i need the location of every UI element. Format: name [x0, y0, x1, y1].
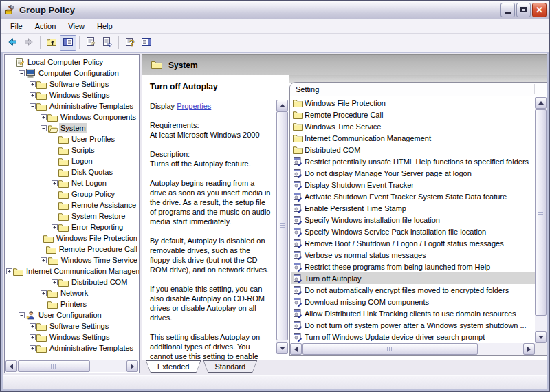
toolbar-button-export-list[interactable]: [99, 35, 116, 51]
tree-item[interactable]: Windows Time Service: [5, 254, 139, 265]
toolbar-button-show-hide-action-pane[interactable]: [138, 35, 155, 51]
tree-item[interactable]: Administrative Templates: [5, 100, 139, 111]
menu-item-file[interactable]: File: [4, 20, 29, 32]
expand-icon[interactable]: [28, 81, 36, 87]
tree-item[interactable]: Administrative Templates: [5, 342, 139, 353]
tree-item[interactable]: Computer Configuration: [5, 67, 139, 78]
maximize-button[interactable]: [516, 3, 531, 17]
expand-icon[interactable]: [28, 345, 36, 351]
minimize-button[interactable]: [500, 3, 515, 17]
list-vertical-scrollbar[interactable]: [535, 97, 547, 343]
scroll-right-button[interactable]: [126, 360, 138, 372]
list-item[interactable]: Activate Shutdown Event Tracker System S…: [291, 190, 535, 202]
tree-item[interactable]: Distributed COM: [5, 276, 139, 287]
list-item[interactable]: Internet Communication Management: [291, 132, 535, 144]
menu-item-action[interactable]: Action: [29, 20, 63, 32]
menu-item-help[interactable]: Help: [91, 20, 119, 32]
list-item[interactable]: Restrict potentially unsafe HTML Help fu…: [291, 155, 535, 167]
scroll-thumb[interactable]: [302, 343, 478, 355]
properties-link[interactable]: Properties: [177, 102, 211, 110]
list-item[interactable]: Specify Windows installation file locati…: [291, 214, 535, 226]
toolbar-button-back[interactable]: [4, 35, 21, 51]
column-header-setting[interactable]: Setting: [290, 83, 547, 96]
tree-item[interactable]: Network: [5, 287, 139, 298]
expand-icon[interactable]: [39, 114, 47, 120]
list-item[interactable]: Do not automatically encrypt files moved…: [291, 284, 535, 296]
list-item[interactable]: Specify Windows Service Pack installatio…: [291, 226, 535, 237]
expand-icon[interactable]: [5, 268, 13, 274]
expand-icon[interactable]: [28, 92, 36, 98]
scroll-thumb[interactable]: [535, 109, 547, 316]
list-item[interactable]: Do not turn off system power after a Win…: [291, 319, 535, 331]
description-vertical-scrollbar[interactable]: [276, 100, 288, 354]
tree-item[interactable]: System: [5, 122, 139, 133]
menu-item-view[interactable]: View: [62, 20, 91, 32]
close-button[interactable]: ✕: [532, 3, 547, 17]
scroll-right-button[interactable]: [523, 343, 535, 355]
tree-item[interactable]: Net Logon: [5, 177, 139, 188]
list-item[interactable]: Windows Time Service: [291, 120, 535, 132]
scroll-left-button[interactable]: [6, 360, 17, 372]
tree-item[interactable]: Windows Components: [5, 111, 139, 122]
expand-icon[interactable]: [40, 257, 48, 263]
tree-item[interactable]: Software Settings: [5, 320, 139, 331]
scroll-up-button[interactable]: [535, 97, 547, 109]
tree-item[interactable]: Printers: [5, 298, 139, 309]
tree-item[interactable]: Disk Quotas: [5, 166, 139, 177]
tree-item[interactable]: System Restore: [5, 210, 139, 221]
expand-icon[interactable]: [50, 180, 58, 186]
toolbar-button-help[interactable]: ?: [122, 35, 138, 51]
scroll-down-button[interactable]: [535, 331, 547, 343]
toolbar-button-forward[interactable]: [21, 35, 37, 51]
list-item[interactable]: Windows File Protection: [291, 97, 535, 109]
toolbar-button-properties[interactable]: [82, 35, 99, 51]
list-item[interactable]: Do not display Manage Your Server page a…: [291, 167, 535, 179]
list-item[interactable]: Distributed COM: [291, 144, 535, 155]
tree-item[interactable]: Remote Assistance: [5, 199, 139, 210]
list-item[interactable]: Turn off Autoplay: [291, 272, 535, 284]
list-item[interactable]: Remote Procedure Call: [291, 109, 535, 120]
scroll-thumb[interactable]: [276, 111, 288, 340]
list-item[interactable]: Remove Boot / Shutdown / Logon / Logoff …: [291, 237, 535, 249]
policy-setting-icon: [293, 239, 305, 248]
scroll-down-button[interactable]: [276, 342, 288, 354]
tab-standard[interactable]: Standard: [203, 360, 257, 373]
tree-item[interactable]: Local Computer Policy: [5, 56, 139, 67]
list-item[interactable]: Turn off Windows Update device driver se…: [291, 331, 535, 342]
collapse-icon[interactable]: [17, 70, 25, 76]
list-item[interactable]: Enable Persistent Time Stamp: [291, 202, 535, 214]
tree-item[interactable]: Logon: [5, 155, 139, 166]
tree-item[interactable]: Scripts: [5, 144, 139, 155]
tree-item[interactable]: Error Reporting: [5, 221, 139, 232]
collapse-icon[interactable]: [28, 103, 36, 109]
tree-item[interactable]: Windows File Protection: [5, 232, 139, 243]
tab-extended[interactable]: Extended: [146, 360, 201, 373]
toolbar-button-show-hide-console-tree[interactable]: [60, 35, 76, 51]
collapse-icon[interactable]: [17, 312, 25, 318]
list-item[interactable]: Verbose vs normal status messages: [291, 249, 535, 261]
tree-item[interactable]: Windows Settings: [5, 89, 139, 100]
tree-item[interactable]: Group Policy: [5, 188, 139, 199]
expand-icon[interactable]: [50, 224, 58, 230]
tree-item[interactable]: Windows Settings: [5, 331, 139, 342]
tree-item[interactable]: User Configuration: [5, 309, 139, 320]
list-item[interactable]: Allow Distributed Link Tracking clients …: [291, 307, 535, 319]
list-item[interactable]: Display Shutdown Event Tracker: [291, 179, 535, 190]
collapse-icon[interactable]: [39, 125, 47, 131]
scroll-left-button[interactable]: [290, 343, 302, 355]
expand-icon[interactable]: [50, 279, 58, 285]
expand-icon[interactable]: [28, 334, 36, 340]
scroll-thumb[interactable]: [18, 360, 90, 372]
expand-icon[interactable]: [28, 323, 36, 329]
expand-icon[interactable]: [39, 290, 47, 296]
list-item[interactable]: Restrict these programs from being launc…: [291, 261, 535, 272]
tree-item[interactable]: User Profiles: [5, 133, 139, 144]
tree-horizontal-scrollbar[interactable]: [6, 360, 138, 372]
tree-item[interactable]: Software Settings: [5, 78, 139, 89]
list-horizontal-scrollbar[interactable]: [290, 343, 535, 355]
tree-item[interactable]: Internet Communication Management: [5, 265, 139, 276]
list-item[interactable]: Download missing COM components: [291, 296, 535, 307]
tree-item[interactable]: Remote Procedure Call: [5, 243, 139, 254]
scroll-up-button[interactable]: [276, 100, 288, 111]
toolbar-button-up-one-level[interactable]: [43, 35, 60, 51]
